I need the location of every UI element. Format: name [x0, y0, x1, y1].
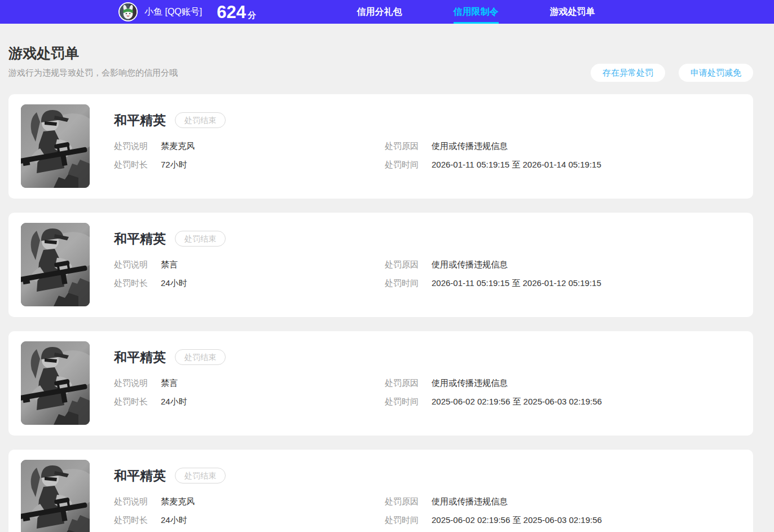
- detail-row: 处罚时长 24小时 处罚时间 2026-01-11 05:19:15 至 202…: [114, 278, 753, 289]
- penalty-desc-value: 禁麦克风: [161, 140, 195, 152]
- abnormal-penalty-button[interactable]: 存在异常处罚: [591, 64, 665, 82]
- nav-item-credit-restriction[interactable]: 信用限制令: [428, 0, 524, 24]
- penalty-desc-label: 处罚说明: [114, 377, 149, 389]
- top-nav: 信用分礼包 信用限制令 游戏处罚单: [331, 0, 621, 24]
- penalty-duration-value: 24小时: [161, 396, 187, 407]
- game-title: 和平精英: [114, 112, 166, 128]
- penalty-desc-cell: 处罚说明 禁言: [114, 259, 385, 270]
- detail-row: 处罚时长 72小时 处罚时间 2026-01-11 05:19:15 至 202…: [114, 159, 753, 170]
- penalty-reason-value: 使用或传播违规信息: [432, 377, 508, 389]
- penalty-reason-label: 处罚原因: [385, 140, 420, 152]
- penalty-card: 和平精英 处罚结束 处罚说明 禁麦克风 处罚原因 使用或传播违规信息 处: [8, 450, 753, 532]
- credit-score: 624 分: [217, 3, 256, 21]
- penalty-reason-value: 使用或传播违规信息: [432, 496, 508, 507]
- game-character-image: [21, 460, 90, 532]
- page-subtitle: 游戏行为违规导致处罚，会影响您的信用分哦: [8, 67, 178, 78]
- penalty-reason-label: 处罚原因: [385, 377, 420, 389]
- detail-row: 处罚说明 禁言 处罚原因 使用或传播违规信息: [114, 377, 753, 389]
- penalty-desc-cell: 处罚说明 禁麦克风: [114, 496, 385, 507]
- card-details: 处罚说明 禁言 处罚原因 使用或传播违规信息 处罚时长 24小时 处罚时间: [114, 377, 753, 407]
- penalty-reason-cell: 处罚原因 使用或传播违规信息: [385, 140, 508, 152]
- game-thumbnail: [21, 460, 90, 532]
- card-title-row: 和平精英 处罚结束: [114, 231, 753, 247]
- penalty-reason-cell: 处罚原因 使用或传播违规信息: [385, 496, 508, 507]
- nav-item-game-penalty[interactable]: 游戏处罚单: [524, 0, 621, 24]
- penalty-reason-value: 使用或传播违规信息: [432, 140, 508, 152]
- penalty-reason-value: 使用或传播违规信息: [432, 259, 508, 270]
- penalty-status-badge: 处罚结束: [175, 231, 226, 247]
- game-character-image: [21, 223, 90, 306]
- user-info: 小鱼 [QQ账号] 624 分: [118, 2, 256, 21]
- credit-score-value: 624: [217, 3, 246, 21]
- penalty-time-cell: 处罚时间 2026-01-11 05:19:15 至 2026-01-14 05…: [385, 159, 601, 170]
- nav-item-credit-gift[interactable]: 信用分礼包: [331, 0, 428, 24]
- game-title: 和平精英: [114, 231, 166, 247]
- penalty-time-label: 处罚时间: [385, 278, 420, 289]
- penalty-desc-cell: 处罚说明 禁言: [114, 377, 385, 389]
- card-title-row: 和平精英 处罚结束: [114, 468, 753, 483]
- username-label: 小鱼 [QQ账号]: [144, 6, 202, 18]
- penalty-status-badge: 处罚结束: [175, 349, 226, 365]
- penalty-duration-label: 处罚时长: [114, 515, 149, 526]
- detail-row: 处罚说明 禁麦克风 处罚原因 使用或传播违规信息: [114, 496, 753, 507]
- penalty-status-badge: 处罚结束: [175, 468, 226, 483]
- penalty-time-label: 处罚时间: [385, 515, 420, 526]
- penalty-time-label: 处罚时间: [385, 396, 420, 407]
- penalty-duration-cell: 处罚时长 72小时: [114, 159, 385, 170]
- penalty-duration-cell: 处罚时长 24小时: [114, 515, 385, 526]
- page-title: 游戏处罚单: [8, 45, 178, 61]
- penalty-desc-label: 处罚说明: [114, 496, 149, 507]
- penalty-desc-label: 处罚说明: [114, 140, 149, 152]
- card-title-row: 和平精英 处罚结束: [114, 349, 753, 365]
- penalty-desc-label: 处罚说明: [114, 259, 149, 270]
- penalty-reason-cell: 处罚原因 使用或传播违规信息: [385, 259, 508, 270]
- penalty-card-list: 和平精英 处罚结束 处罚说明 禁麦克风 处罚原因 使用或传播违规信息 处: [8, 94, 753, 532]
- penalty-desc-value: 禁言: [161, 259, 178, 270]
- avatar-image: [120, 3, 137, 20]
- card-title-row: 和平精英 处罚结束: [114, 112, 753, 128]
- penalty-duration-label: 处罚时长: [114, 396, 149, 407]
- credit-score-unit: 分: [248, 10, 256, 21]
- penalty-reason-label: 处罚原因: [385, 496, 420, 507]
- user-avatar: [118, 2, 138, 21]
- card-body: 和平精英 处罚结束 处罚说明 禁言 处罚原因 使用或传播违规信息 处罚时: [114, 213, 753, 289]
- penalty-time-cell: 处罚时间 2025-06-02 02:19:56 至 2025-06-03 02…: [385, 515, 602, 526]
- penalty-duration-label: 处罚时长: [114, 278, 149, 289]
- page-header: 游戏处罚单 游戏行为违规导致处罚，会影响您的信用分哦 存在异常处罚 申请处罚减免: [8, 24, 753, 78]
- game-title: 和平精英: [114, 349, 166, 365]
- game-thumbnail: [21, 341, 90, 425]
- penalty-reason-cell: 处罚原因 使用或传播违规信息: [385, 377, 508, 389]
- penalty-card: 和平精英 处罚结束 处罚说明 禁麦克风 处罚原因 使用或传播违规信息 处: [8, 94, 753, 199]
- penalty-time-value: 2026-01-11 05:19:15 至 2026-01-12 05:19:1…: [432, 278, 601, 289]
- penalty-time-cell: 处罚时间 2026-01-11 05:19:15 至 2026-01-12 05…: [385, 278, 601, 289]
- penalty-time-value: 2026-01-11 05:19:15 至 2026-01-14 05:19:1…: [432, 159, 601, 170]
- penalty-reduction-button[interactable]: 申请处罚减免: [679, 64, 753, 82]
- page-header-text: 游戏处罚单 游戏行为违规导致处罚，会影响您的信用分哦: [8, 45, 178, 78]
- penalty-reason-label: 处罚原因: [385, 259, 420, 270]
- penalty-desc-value: 禁言: [161, 377, 178, 389]
- detail-row: 处罚时长 24小时 处罚时间 2025-06-02 02:19:56 至 202…: [114, 396, 753, 407]
- detail-row: 处罚说明 禁麦克风 处罚原因 使用或传播违规信息: [114, 140, 753, 152]
- penalty-duration-cell: 处罚时长 24小时: [114, 278, 385, 289]
- game-thumbnail: [21, 223, 90, 306]
- card-details: 处罚说明 禁言 处罚原因 使用或传播违规信息 处罚时长 24小时 处罚时间: [114, 259, 753, 289]
- penalty-duration-label: 处罚时长: [114, 159, 149, 170]
- game-character-image: [21, 104, 90, 188]
- penalty-duration-value: 24小时: [161, 515, 187, 526]
- top-header-bar: 小鱼 [QQ账号] 624 分 信用分礼包 信用限制令 游戏处罚单: [0, 0, 774, 24]
- penalty-duration-value: 24小时: [161, 278, 187, 289]
- game-title: 和平精英: [114, 468, 166, 483]
- penalty-time-value: 2025-06-02 02:19:56 至 2025-06-03 02:19:5…: [432, 396, 602, 407]
- penalty-duration-cell: 处罚时长 24小时: [114, 396, 385, 407]
- card-body: 和平精英 处罚结束 处罚说明 禁言 处罚原因 使用或传播违规信息 处罚时: [114, 331, 753, 407]
- detail-row: 处罚说明 禁言 处罚原因 使用或传播违规信息: [114, 259, 753, 270]
- penalty-desc-value: 禁麦克风: [161, 496, 195, 507]
- penalty-time-label: 处罚时间: [385, 159, 420, 170]
- card-body: 和平精英 处罚结束 处罚说明 禁麦克风 处罚原因 使用或传播违规信息 处: [114, 94, 753, 170]
- penalty-duration-value: 72小时: [161, 159, 187, 170]
- penalty-time-cell: 处罚时间 2025-06-02 02:19:56 至 2025-06-03 02…: [385, 396, 602, 407]
- game-character-image: [21, 341, 90, 425]
- card-details: 处罚说明 禁麦克风 处罚原因 使用或传播违规信息 处罚时长 24小时 处罚时间: [114, 496, 753, 526]
- card-body: 和平精英 处罚结束 处罚说明 禁麦克风 处罚原因 使用或传播违规信息 处: [114, 450, 753, 526]
- penalty-desc-cell: 处罚说明 禁麦克风: [114, 140, 385, 152]
